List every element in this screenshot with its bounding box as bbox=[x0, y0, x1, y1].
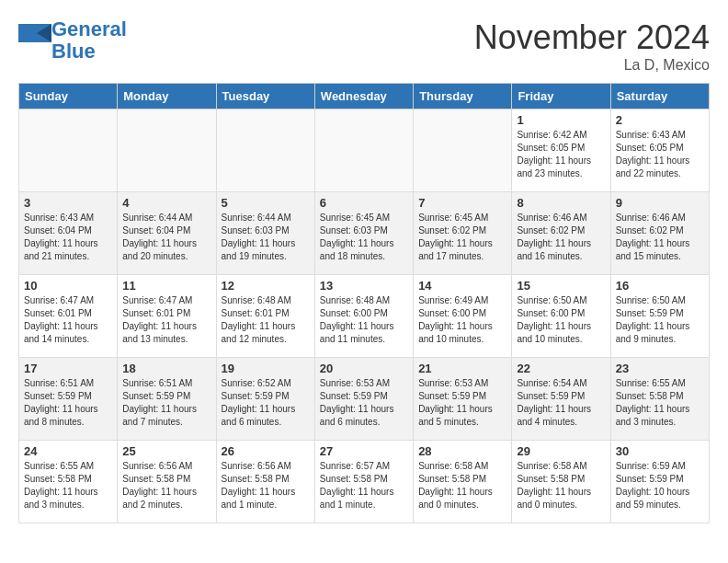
calendar-day-19: 19Sunrise: 6:52 AM Sunset: 5:59 PM Dayli… bbox=[216, 358, 314, 441]
day-info: Sunrise: 6:47 AM Sunset: 6:01 PM Dayligh… bbox=[122, 294, 210, 346]
day-info: Sunrise: 6:49 AM Sunset: 6:00 PM Dayligh… bbox=[418, 294, 506, 346]
calendar-week-1: 3Sunrise: 6:43 AM Sunset: 6:04 PM Daylig… bbox=[19, 192, 710, 275]
day-number: 4 bbox=[122, 196, 210, 210]
day-number: 12 bbox=[222, 279, 310, 293]
calendar-day-3: 3Sunrise: 6:43 AM Sunset: 6:04 PM Daylig… bbox=[19, 192, 118, 275]
calendar-day-empty bbox=[216, 109, 314, 192]
day-info: Sunrise: 6:56 AM Sunset: 5:58 PM Dayligh… bbox=[122, 460, 210, 511]
calendar-header-tuesday: Tuesday bbox=[216, 84, 314, 109]
day-number: 9 bbox=[616, 196, 704, 210]
calendar-header-row: SundayMondayTuesdayWednesdayThursdayFrid… bbox=[19, 84, 710, 109]
calendar-day-1: 1Sunrise: 6:42 AM Sunset: 6:05 PM Daylig… bbox=[512, 109, 610, 192]
day-info: Sunrise: 6:42 AM Sunset: 6:05 PM Dayligh… bbox=[517, 129, 605, 180]
day-info: Sunrise: 6:52 AM Sunset: 5:59 PM Dayligh… bbox=[222, 377, 310, 429]
calendar-day-17: 17Sunrise: 6:51 AM Sunset: 5:59 PM Dayli… bbox=[19, 358, 118, 441]
calendar-day-empty bbox=[118, 109, 216, 192]
day-info: Sunrise: 6:45 AM Sunset: 6:03 PM Dayligh… bbox=[320, 212, 408, 263]
calendar-day-24: 24Sunrise: 6:55 AM Sunset: 5:58 PM Dayli… bbox=[19, 441, 118, 523]
calendar-day-22: 22Sunrise: 6:54 AM Sunset: 5:59 PM Dayli… bbox=[512, 358, 610, 441]
day-info: Sunrise: 6:54 AM Sunset: 5:59 PM Dayligh… bbox=[517, 377, 605, 429]
calendar-day-9: 9Sunrise: 6:46 AM Sunset: 6:02 PM Daylig… bbox=[610, 192, 709, 275]
calendar-day-18: 18Sunrise: 6:51 AM Sunset: 5:59 PM Dayli… bbox=[118, 358, 216, 441]
day-number: 7 bbox=[418, 196, 506, 210]
calendar-day-26: 26Sunrise: 6:56 AM Sunset: 5:58 PM Dayli… bbox=[216, 441, 314, 523]
day-info: Sunrise: 6:50 AM Sunset: 5:59 PM Dayligh… bbox=[616, 294, 704, 346]
day-number: 10 bbox=[24, 279, 112, 293]
logo: General Blue bbox=[18, 18, 127, 63]
day-info: Sunrise: 6:48 AM Sunset: 6:00 PM Dayligh… bbox=[320, 294, 408, 346]
logo-text: General Blue bbox=[51, 18, 127, 63]
calendar-table: SundayMondayTuesdayWednesdayThursdayFrid… bbox=[18, 83, 710, 523]
day-info: Sunrise: 6:45 AM Sunset: 6:02 PM Dayligh… bbox=[418, 212, 506, 263]
day-info: Sunrise: 6:51 AM Sunset: 5:59 PM Dayligh… bbox=[24, 377, 112, 429]
day-info: Sunrise: 6:57 AM Sunset: 5:58 PM Dayligh… bbox=[320, 460, 408, 511]
day-info: Sunrise: 6:44 AM Sunset: 6:04 PM Dayligh… bbox=[122, 212, 210, 263]
day-info: Sunrise: 6:46 AM Sunset: 6:02 PM Dayligh… bbox=[616, 212, 704, 263]
calendar-day-14: 14Sunrise: 6:49 AM Sunset: 6:00 PM Dayli… bbox=[414, 275, 512, 358]
day-number: 18 bbox=[122, 362, 210, 375]
title-block: November 2024 La D, Mexico bbox=[474, 18, 710, 74]
month-title: November 2024 bbox=[474, 18, 710, 57]
calendar-day-7: 7Sunrise: 6:45 AM Sunset: 6:02 PM Daylig… bbox=[414, 192, 512, 275]
calendar-day-6: 6Sunrise: 6:45 AM Sunset: 6:03 PM Daylig… bbox=[314, 192, 413, 275]
day-info: Sunrise: 6:43 AM Sunset: 6:05 PM Dayligh… bbox=[616, 129, 704, 180]
calendar-header-sunday: Sunday bbox=[19, 84, 118, 109]
day-number: 25 bbox=[122, 444, 210, 458]
calendar-day-4: 4Sunrise: 6:44 AM Sunset: 6:04 PM Daylig… bbox=[118, 192, 216, 275]
svg-rect-2 bbox=[18, 42, 51, 57]
calendar-header-saturday: Saturday bbox=[610, 84, 709, 109]
calendar-day-11: 11Sunrise: 6:47 AM Sunset: 6:01 PM Dayli… bbox=[118, 275, 216, 358]
calendar-day-16: 16Sunrise: 6:50 AM Sunset: 5:59 PM Dayli… bbox=[610, 275, 709, 358]
calendar-day-5: 5Sunrise: 6:44 AM Sunset: 6:03 PM Daylig… bbox=[216, 192, 314, 275]
calendar-day-23: 23Sunrise: 6:55 AM Sunset: 5:58 PM Dayli… bbox=[610, 358, 709, 441]
day-number: 27 bbox=[320, 444, 408, 458]
day-number: 20 bbox=[320, 362, 408, 375]
calendar-week-3: 17Sunrise: 6:51 AM Sunset: 5:59 PM Dayli… bbox=[19, 358, 710, 441]
day-number: 1 bbox=[517, 113, 605, 127]
day-number: 19 bbox=[222, 362, 310, 375]
day-info: Sunrise: 6:55 AM Sunset: 5:58 PM Dayligh… bbox=[24, 460, 112, 511]
calendar-day-10: 10Sunrise: 6:47 AM Sunset: 6:01 PM Dayli… bbox=[19, 275, 118, 358]
day-number: 22 bbox=[517, 362, 605, 375]
day-info: Sunrise: 6:59 AM Sunset: 5:59 PM Dayligh… bbox=[616, 460, 704, 511]
day-number: 2 bbox=[616, 113, 704, 127]
calendar-header-friday: Friday bbox=[512, 84, 610, 109]
day-number: 3 bbox=[24, 196, 112, 210]
calendar-day-30: 30Sunrise: 6:59 AM Sunset: 5:59 PM Dayli… bbox=[610, 441, 709, 523]
day-info: Sunrise: 6:58 AM Sunset: 5:58 PM Dayligh… bbox=[418, 460, 506, 511]
logo-icon bbox=[18, 24, 51, 57]
day-number: 15 bbox=[517, 279, 605, 293]
calendar-day-27: 27Sunrise: 6:57 AM Sunset: 5:58 PM Dayli… bbox=[314, 441, 413, 523]
day-info: Sunrise: 6:56 AM Sunset: 5:58 PM Dayligh… bbox=[222, 460, 310, 511]
day-number: 16 bbox=[616, 279, 704, 293]
day-info: Sunrise: 6:53 AM Sunset: 5:59 PM Dayligh… bbox=[320, 377, 408, 429]
page-header: General Blue November 2024 La D, Mexico bbox=[18, 18, 710, 74]
day-number: 5 bbox=[222, 196, 310, 210]
location: La D, Mexico bbox=[474, 57, 710, 74]
day-number: 11 bbox=[122, 279, 210, 293]
calendar-day-empty bbox=[19, 109, 118, 192]
calendar-day-empty bbox=[314, 109, 413, 192]
calendar-day-12: 12Sunrise: 6:48 AM Sunset: 6:01 PM Dayli… bbox=[216, 275, 314, 358]
calendar-day-20: 20Sunrise: 6:53 AM Sunset: 5:59 PM Dayli… bbox=[314, 358, 413, 441]
day-info: Sunrise: 6:47 AM Sunset: 6:01 PM Dayligh… bbox=[24, 294, 112, 346]
day-info: Sunrise: 6:48 AM Sunset: 6:01 PM Dayligh… bbox=[222, 294, 310, 346]
calendar-week-2: 10Sunrise: 6:47 AM Sunset: 6:01 PM Dayli… bbox=[19, 275, 710, 358]
day-number: 29 bbox=[517, 444, 605, 458]
day-info: Sunrise: 6:55 AM Sunset: 5:58 PM Dayligh… bbox=[616, 377, 704, 429]
day-number: 6 bbox=[320, 196, 408, 210]
day-number: 28 bbox=[418, 444, 506, 458]
day-info: Sunrise: 6:44 AM Sunset: 6:03 PM Dayligh… bbox=[222, 212, 310, 263]
day-number: 14 bbox=[418, 279, 506, 293]
day-number: 24 bbox=[24, 444, 112, 458]
day-info: Sunrise: 6:53 AM Sunset: 5:59 PM Dayligh… bbox=[418, 377, 506, 429]
calendar-header-wednesday: Wednesday bbox=[314, 84, 413, 109]
calendar-day-21: 21Sunrise: 6:53 AM Sunset: 5:59 PM Dayli… bbox=[414, 358, 512, 441]
day-info: Sunrise: 6:51 AM Sunset: 5:59 PM Dayligh… bbox=[122, 377, 210, 429]
calendar-week-0: 1Sunrise: 6:42 AM Sunset: 6:05 PM Daylig… bbox=[19, 109, 710, 192]
day-info: Sunrise: 6:50 AM Sunset: 6:00 PM Dayligh… bbox=[517, 294, 605, 346]
calendar-header-monday: Monday bbox=[118, 84, 216, 109]
day-number: 23 bbox=[616, 362, 704, 375]
day-number: 30 bbox=[616, 444, 704, 458]
calendar-day-13: 13Sunrise: 6:48 AM Sunset: 6:00 PM Dayli… bbox=[314, 275, 413, 358]
